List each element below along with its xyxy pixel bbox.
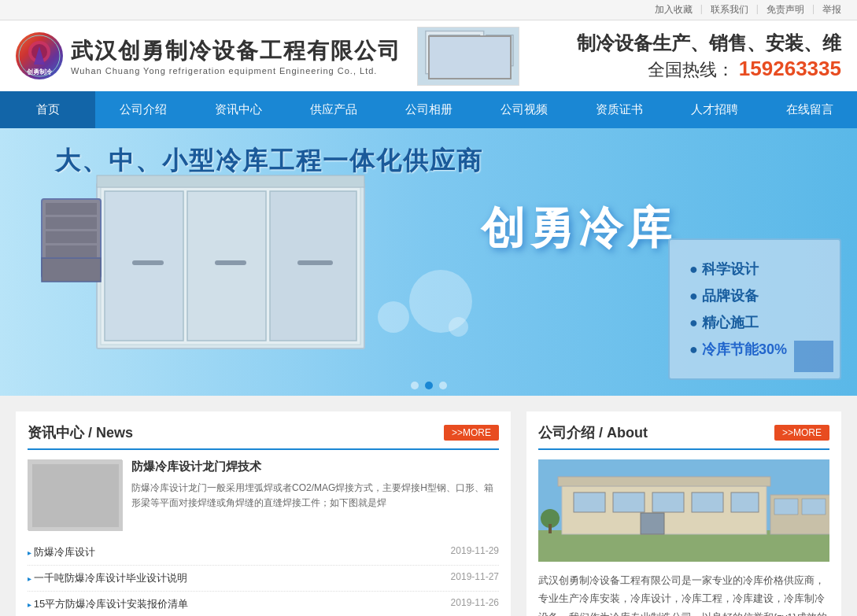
nav-link-products[interactable]: 供应产品 [286,91,381,128]
phone-number: 159263335 [739,57,841,80]
news-list-date-1: 2019-11-29 [451,545,499,559]
nav-item-message[interactable]: 在线留言 [762,91,857,128]
news-section-header: 资讯中心 / News >>MORE [28,423,499,450]
banner-dots [0,375,857,396]
svg-rect-38 [731,492,759,512]
svg-text:创勇制冷: 创勇制冷 [26,68,53,76]
banner-slogan-area: 大、中、小型冷库工程一体化供应商 [24,144,857,179]
svg-rect-34 [574,492,605,512]
banner-brand-text: 创勇冷库 [481,199,676,259]
svg-rect-11 [488,39,512,46]
nav-item-news[interactable]: 资讯中心 [190,91,286,128]
bubble-decoration-3 [449,317,468,337]
svg-rect-31 [538,530,829,562]
svg-rect-12 [488,49,512,57]
svg-rect-19 [215,260,246,265]
svg-rect-33 [558,477,770,486]
news-list-item: 防爆冷库设计 2019-11-29 [28,540,499,566]
logo-text: 武汉创勇制冷设备工程有限公司 Wuhan Chuang Yong refrige… [71,36,401,76]
about-section: 公司介绍 / About >>MORE [526,411,841,616]
svg-rect-7 [430,35,480,69]
nav-link-news[interactable]: 资讯中心 [190,91,286,128]
svg-rect-41 [774,499,798,515]
about-more-button[interactable]: >>MORE [774,425,829,441]
nav-link-message[interactable]: 在线留言 [762,91,857,128]
banner-dot-3[interactable] [439,382,447,389]
feature-3: 精心施工 [689,309,820,336]
feature-2: 品牌设备 [689,282,820,309]
nav-link-jobs[interactable]: 人才招聘 [667,91,762,128]
header-tagline: 制冷设备生产、销售、安装、维 [577,30,841,57]
logo-area: 创勇制冷 武汉创勇制冷设备工程有限公司 Wuhan Chuang Yong re… [16,32,401,79]
header: 创勇制冷 武汉创勇制冷设备工程有限公司 Wuhan Chuang Yong re… [0,20,857,91]
banner-dot-2[interactable] [425,382,433,389]
svg-rect-23 [46,217,97,229]
nav-item-gallery[interactable]: 公司相册 [381,91,476,128]
svg-rect-18 [132,260,164,265]
news-section: 资讯中心 / News >>MORE 防爆冷库设计龙门焊技术 防爆冷库设计龙门一… [16,411,511,616]
news-featured: 防爆冷库设计龙门焊技术 防爆冷库设计龙门一般采用埋弧焊或者CO2/MAG焊接方式… [28,459,499,530]
phone-label: 全国热线： [648,60,734,79]
news-more-button[interactable]: >>MORE [444,425,499,441]
top-bar: 加入收藏 | 联系我们 | 免责声明 | 举报 [0,0,857,20]
svg-rect-22 [46,203,97,215]
news-list-item: 一千吨防爆冷库设计毕业设计说明 2019-11-27 [28,566,499,592]
news-featured-desc: 防爆冷库设计龙门一般采用埋弧焊或者CO2/MAG焊接方式，主要焊接H型钢、口形、… [131,481,499,511]
nav-link-gallery[interactable]: 公司相册 [381,91,476,128]
svg-rect-15 [105,191,183,341]
feature-1: 科学设计 [689,256,820,282]
news-featured-thumb [28,459,122,530]
nav-item-about[interactable]: 公司介绍 [95,91,190,128]
svg-rect-16 [187,191,266,341]
svg-rect-36 [652,492,684,512]
news-list-title-1[interactable]: 防爆冷库设计 [28,545,95,559]
svg-rect-26 [42,258,101,282]
banner-slogan-text: 大、中、小型冷库工程一体化供应商 [24,144,857,179]
hero-banner: 大、中、小型冷库工程一体化供应商 创勇冷库 科学设计 品牌设备 精心施工 冷库节… [0,128,857,396]
svg-rect-25 [46,245,97,257]
svg-rect-17 [270,191,356,341]
nav-item-video[interactable]: 公司视频 [476,91,571,128]
svg-rect-42 [802,499,826,515]
svg-rect-10 [486,35,513,65]
news-list-date-2: 2019-11-27 [451,571,499,585]
nav-item-cert[interactable]: 资质证书 [571,91,667,128]
svg-rect-39 [641,513,664,534]
main-nav: 首页 公司介绍 资讯中心 供应产品 公司相册 公司视频 资质证书 人才招聘 在线… [0,91,857,128]
svg-rect-9 [456,39,476,65]
about-company-text: 武汉创勇制冷设备工程有限公司是一家专业的冷库价格供应商，专业生产冷库安装，冷库设… [538,571,829,616]
svg-rect-29 [32,464,119,527]
topbar-contact[interactable]: 联系我们 [711,3,748,17]
about-section-title: 公司介绍 / About [538,423,648,442]
news-featured-title[interactable]: 防爆冷库设计龙门焊技术 [131,459,499,474]
nav-item-products[interactable]: 供应产品 [286,91,381,128]
news-list-title-2[interactable]: 一千吨防爆冷库设计毕业设计说明 [28,571,187,585]
header-product-image [417,27,519,86]
news-featured-content: 防爆冷库设计龙门焊技术 防爆冷库设计龙门一般采用埋弧焊或者CO2/MAG焊接方式… [131,459,499,530]
svg-rect-35 [613,492,645,512]
svg-rect-5 [418,27,519,85]
topbar-favorites[interactable]: 加入收藏 [655,3,693,17]
nav-link-home[interactable]: 首页 [0,91,95,128]
company-name-en: Wuhan Chuang Yong refrigeration equipmen… [71,66,401,76]
nav-link-cert[interactable]: 资质证书 [571,91,667,128]
svg-rect-44 [549,524,552,533]
news-list-date-3: 2019-11-26 [451,597,499,611]
news-list-title-3[interactable]: 15平方防爆冷库设计安装报价清单 [28,597,188,611]
nav-link-about[interactable]: 公司介绍 [95,91,190,128]
nav-link-video[interactable]: 公司视频 [476,91,571,128]
company-name-cn: 武汉创勇制冷设备工程有限公司 [71,36,401,66]
news-section-title: 资讯中心 / News [28,423,133,442]
banner-dot-1[interactable] [411,382,419,389]
nav-item-home[interactable]: 首页 [0,91,95,128]
about-section-header: 公司介绍 / About >>MORE [538,423,829,450]
company-logo-icon: 创勇制冷 [16,32,63,79]
nav-item-jobs[interactable]: 人才招聘 [667,91,762,128]
topbar-report[interactable]: 举报 [822,3,841,17]
header-right: 制冷设备生产、销售、安装、维 全国热线： 159263335 [535,30,841,82]
svg-rect-24 [46,231,97,243]
svg-rect-8 [434,42,453,66]
topbar-disclaimer[interactable]: 免责声明 [766,3,804,17]
main-content: 资讯中心 / News >>MORE 防爆冷库设计龙门焊技术 防爆冷库设计龙门一… [0,396,857,616]
svg-rect-6 [426,31,484,73]
